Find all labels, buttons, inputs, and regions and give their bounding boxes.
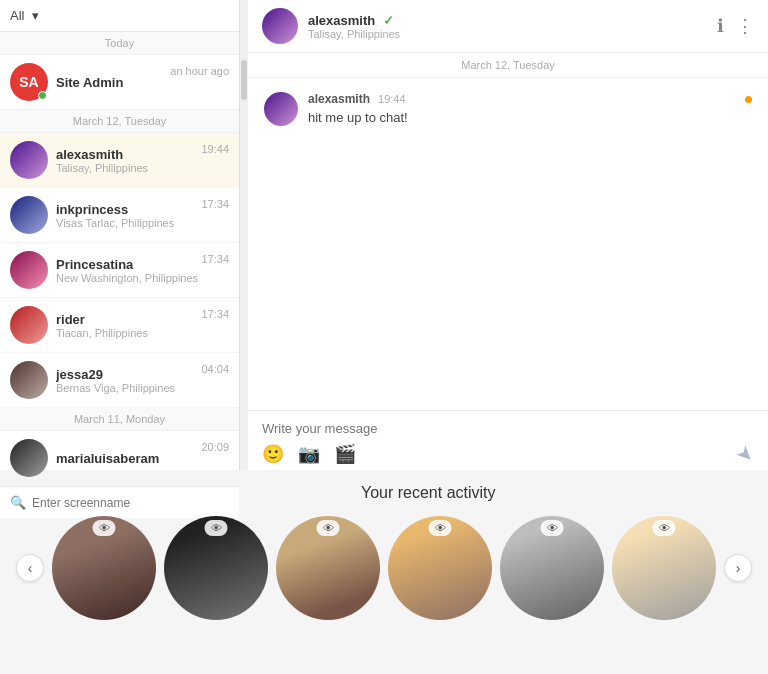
header-avatar bbox=[262, 8, 298, 44]
chat-header: alexasmith ✓ Talisay, Philippines ℹ ⋮ bbox=[248, 0, 768, 53]
avatar bbox=[10, 196, 48, 234]
chat-name: marialuisaberam bbox=[56, 451, 201, 466]
chat-name: Site Admin bbox=[56, 75, 170, 90]
chat-info: rider Tiacan, Philippines bbox=[56, 312, 201, 339]
more-options-icon[interactable]: ⋮ bbox=[736, 15, 754, 37]
message-time: 19:44 bbox=[378, 93, 406, 105]
chat-name: alexasmith bbox=[56, 147, 201, 162]
activity-item-1[interactable]: 👁 bbox=[52, 516, 156, 620]
eye-icon: 👁 bbox=[211, 522, 222, 534]
chat-info: alexasmith Talisay, Philippines bbox=[56, 147, 201, 174]
eye-badge-5: 👁 bbox=[541, 520, 564, 536]
eye-icon: 👁 bbox=[99, 522, 110, 534]
avatar bbox=[10, 141, 48, 179]
header-info: alexasmith ✓ Talisay, Philippines bbox=[308, 13, 717, 40]
video-icon[interactable]: 🎬 bbox=[334, 443, 356, 465]
eye-icon: 👁 bbox=[659, 522, 670, 534]
avatar bbox=[10, 306, 48, 344]
search-icon: 🔍 bbox=[10, 495, 26, 510]
message-avatar bbox=[264, 92, 298, 126]
activity-photo-1: 👁 bbox=[52, 516, 156, 620]
chat-info: inkprincess Visas Tarlac, Philippines bbox=[56, 202, 201, 229]
next-arrow[interactable]: › bbox=[724, 554, 752, 582]
activity-photo-4: 👁 bbox=[388, 516, 492, 620]
chat-time: 17:34 bbox=[201, 198, 229, 210]
message-header: alexasmith 19:44 bbox=[308, 92, 752, 106]
filter-label: All bbox=[10, 8, 24, 23]
eye-icon: 👁 bbox=[435, 522, 446, 534]
verified-icon: ✓ bbox=[383, 13, 394, 28]
avatar bbox=[10, 251, 48, 289]
chat-item-inkprincess[interactable]: inkprincess Visas Tarlac, Philippines 17… bbox=[0, 188, 239, 243]
section-march12: March 12, Tuesday bbox=[0, 110, 239, 133]
chat-item-rider[interactable]: rider Tiacan, Philippines 17:34 bbox=[0, 298, 239, 353]
avatar bbox=[10, 439, 48, 477]
chat-time: 17:34 bbox=[201, 253, 229, 265]
header-actions: ℹ ⋮ bbox=[717, 15, 754, 37]
avatar: SA bbox=[10, 63, 48, 101]
date-divider: March 12, Tuesday bbox=[248, 53, 768, 78]
avatar bbox=[10, 361, 48, 399]
chat-name: inkprincess bbox=[56, 202, 201, 217]
message-input[interactable] bbox=[262, 421, 754, 436]
eye-icon: 👁 bbox=[547, 522, 558, 534]
activity-items: 👁 👁 👁 bbox=[44, 516, 724, 620]
activity-item-5[interactable]: 👁 bbox=[500, 516, 604, 620]
section-today: Today bbox=[0, 32, 239, 55]
search-input[interactable] bbox=[32, 496, 229, 510]
chat-sub: Talisay, Philippines bbox=[56, 162, 201, 174]
section-march11: March 11, Monday bbox=[0, 408, 239, 431]
chat-info: marialuisaberam bbox=[56, 451, 201, 466]
emoji-icon[interactable]: 🙂 bbox=[262, 443, 284, 465]
eye-badge-3: 👁 bbox=[317, 520, 340, 536]
filter-dropdown[interactable]: All ▾ bbox=[10, 8, 39, 23]
message-row: alexasmith 19:44 hit me up to chat! bbox=[264, 92, 752, 126]
chat-sub: New Washington, Philippines bbox=[56, 272, 201, 284]
chat-input-area: 🙂 📷 🎬 ➤ bbox=[248, 410, 768, 470]
chat-sub: Bernas Viga, Philippines bbox=[56, 382, 201, 394]
chat-info: Site Admin bbox=[56, 75, 170, 90]
eye-icon: 👁 bbox=[323, 522, 334, 534]
chat-time: an hour ago bbox=[170, 65, 229, 77]
message-text: hit me up to chat! bbox=[308, 110, 752, 125]
chat-item-site-admin[interactable]: SA Site Admin an hour ago bbox=[0, 55, 239, 110]
chevron-down-icon: ▾ bbox=[32, 8, 39, 23]
activity-photo-3: 👁 bbox=[276, 516, 380, 620]
chat-time: 19:44 bbox=[201, 143, 229, 155]
message-unread-dot bbox=[745, 96, 752, 103]
search-bar: 🔍 bbox=[0, 486, 239, 518]
chat-item-alexasmith[interactable]: alexasmith Talisay, Philippines 19:44 bbox=[0, 133, 239, 188]
activity-photo-5: 👁 bbox=[500, 516, 604, 620]
info-icon[interactable]: ℹ bbox=[717, 15, 724, 37]
prev-arrow[interactable]: ‹ bbox=[16, 554, 44, 582]
chat-time: 20:09 bbox=[201, 441, 229, 453]
activity-photo-6: 👁 bbox=[612, 516, 716, 620]
chat-item-princesatina[interactable]: Princesatina New Washington, Philippines… bbox=[0, 243, 239, 298]
activity-item-6[interactable]: 👁 bbox=[612, 516, 716, 620]
header-status: Talisay, Philippines bbox=[308, 28, 717, 40]
chat-sub: Tiacan, Philippines bbox=[56, 327, 201, 339]
eye-badge-1: 👁 bbox=[93, 520, 116, 536]
eye-badge-4: 👁 bbox=[429, 520, 452, 536]
activity-item-3[interactable]: 👁 bbox=[276, 516, 380, 620]
camera-icon[interactable]: 📷 bbox=[298, 443, 320, 465]
chat-time: 04:04 bbox=[201, 363, 229, 375]
message-sender: alexasmith bbox=[308, 92, 370, 106]
activity-item-2[interactable]: 👁 bbox=[164, 516, 268, 620]
chat-name: jessa29 bbox=[56, 367, 201, 382]
eye-badge-6: 👁 bbox=[653, 520, 676, 536]
activity-row: ‹ 👁 👁 👁 bbox=[16, 516, 752, 620]
chat-name: Princesatina bbox=[56, 257, 201, 272]
header-name: alexasmith ✓ bbox=[308, 13, 717, 28]
activity-item-4[interactable]: 👁 bbox=[388, 516, 492, 620]
send-button[interactable]: ➤ bbox=[731, 440, 760, 469]
activity-photo-2: 👁 bbox=[164, 516, 268, 620]
chat-messages: alexasmith 19:44 hit me up to chat! bbox=[248, 78, 768, 410]
eye-badge-2: 👁 bbox=[205, 520, 228, 536]
chat-item-jessa29[interactable]: jessa29 Bernas Viga, Philippines 04:04 bbox=[0, 353, 239, 408]
chat-time: 17:34 bbox=[201, 308, 229, 320]
online-indicator bbox=[38, 91, 47, 100]
chat-item-marialuisa[interactable]: marialuisaberam 20:09 bbox=[0, 431, 239, 486]
chat-info: Princesatina New Washington, Philippines bbox=[56, 257, 201, 284]
chat-sub: Visas Tarlac, Philippines bbox=[56, 217, 201, 229]
